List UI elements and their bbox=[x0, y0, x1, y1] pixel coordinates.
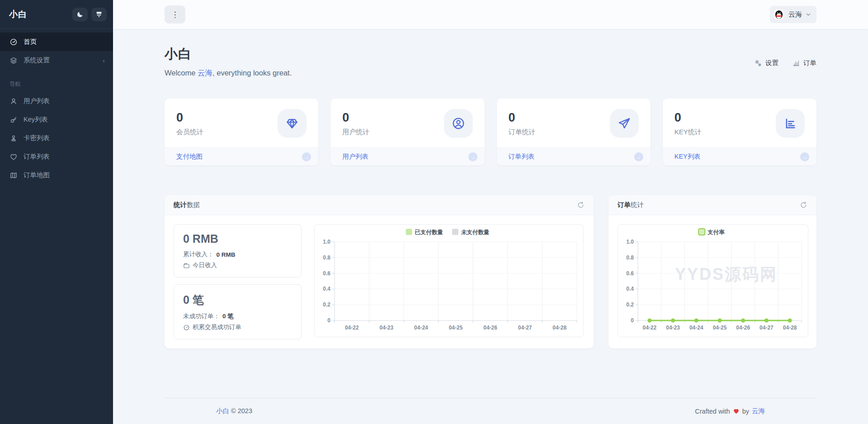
sidebar-nav: 首页 系统设置 ‹ 导航 用户列表 Key列表 卡 bbox=[0, 29, 113, 184]
orders-line2-label: 积累交易成功订单 bbox=[193, 323, 241, 331]
svg-text:04-28: 04-28 bbox=[783, 325, 797, 331]
collapse-menu-button[interactable]: ⋮ bbox=[165, 5, 185, 24]
sidebar-item-home[interactable]: 首页 bbox=[0, 33, 113, 51]
sidebar-section-label: 导航 bbox=[9, 80, 113, 88]
sidebar-item-label: 卡密列表 bbox=[24, 134, 50, 142]
sidebar-logo-row: 小白 bbox=[0, 0, 113, 29]
svg-text:04-24: 04-24 bbox=[689, 325, 703, 331]
card-label: 会员统计 bbox=[176, 128, 203, 137]
kebab-icon: ⋮ bbox=[171, 10, 179, 19]
welcome-user-link[interactable]: 云海 bbox=[198, 69, 212, 77]
gauge-icon bbox=[183, 324, 190, 331]
card-footer-link[interactable]: 用户列表 bbox=[342, 152, 368, 161]
orders-value: 0 笔 bbox=[183, 292, 292, 307]
card-value: 0 bbox=[675, 111, 702, 125]
svg-text:04-22: 04-22 bbox=[345, 325, 359, 331]
welcome-message: Welcome 云海, everything looks great. bbox=[165, 68, 292, 78]
income-line1: 累计收入：0 RMB bbox=[183, 250, 292, 259]
brush-icon bbox=[95, 11, 103, 18]
card-icon-box bbox=[278, 109, 307, 138]
welcome-suffix: , everything looks great. bbox=[212, 69, 292, 77]
svg-text:04-25: 04-25 bbox=[449, 325, 463, 331]
user-menu[interactable]: 云海 bbox=[770, 6, 816, 23]
arrow-right-icon[interactable]: → bbox=[302, 152, 311, 161]
orders-button[interactable]: 订单 bbox=[792, 59, 816, 67]
sidebar-item-label: 首页 bbox=[24, 38, 37, 46]
income-line1-label: 累计收入： bbox=[183, 250, 214, 259]
sidebar-item-label: Key列表 bbox=[24, 115, 48, 124]
card-value: 0 bbox=[176, 111, 203, 125]
refresh-button[interactable] bbox=[577, 201, 585, 209]
sidebar-item-order-map[interactable]: 订单地图 bbox=[0, 166, 113, 184]
sidebar: 小白 首页 系统设置 ‹ 导航 bbox=[0, 0, 113, 424]
chevron-left-icon: ‹ bbox=[103, 57, 105, 64]
sidebar-item-card-key-list[interactable]: 卡密列表 bbox=[0, 129, 113, 147]
svg-text:0: 0 bbox=[631, 317, 634, 324]
sidebar-item-user-list[interactable]: 用户列表 bbox=[0, 92, 113, 110]
svg-text:04-26: 04-26 bbox=[483, 325, 497, 331]
main-content: 小白 Welcome 云海, everything looks great. 设… bbox=[113, 29, 868, 424]
card-footer-link[interactable]: 订单列表 bbox=[509, 152, 535, 161]
card-label: KEY统计 bbox=[675, 128, 702, 137]
settings-button[interactable]: 设置 bbox=[754, 59, 778, 67]
topbar: ⋮ 云海 bbox=[113, 0, 868, 29]
arrow-right-icon[interactable]: → bbox=[468, 152, 477, 161]
theme-editor-button[interactable] bbox=[91, 8, 107, 21]
svg-text:04-26: 04-26 bbox=[736, 325, 750, 331]
income-line2-label: 今日收入 bbox=[193, 261, 217, 269]
page-title: 小白 bbox=[165, 45, 292, 63]
svg-text:0.2: 0.2 bbox=[323, 302, 330, 308]
orders-line1-value: 0 笔 bbox=[222, 312, 234, 320]
arrow-right-icon[interactable]: → bbox=[800, 152, 809, 161]
card-value: 0 bbox=[509, 111, 536, 125]
stats-panel-title-bold: 统计 bbox=[174, 201, 187, 208]
card-member-stats: 0 会员统计 支付地图 → bbox=[165, 99, 318, 165]
stats-panel-title: 统计数据 bbox=[174, 201, 200, 209]
sidebar-item-key-list[interactable]: Key列表 bbox=[0, 110, 113, 129]
arrow-right-icon[interactable]: → bbox=[634, 152, 643, 161]
orders-panel-title-rest: 统计 bbox=[631, 201, 644, 208]
svg-text:04-23: 04-23 bbox=[380, 325, 394, 331]
dark-mode-toggle[interactable] bbox=[72, 8, 88, 21]
user-name: 云海 bbox=[788, 10, 802, 19]
stat-cards-row: 0 会员统计 支付地图 → 0 bbox=[165, 99, 816, 165]
card-footer-link[interactable]: 支付地图 bbox=[176, 152, 203, 161]
refresh-button[interactable] bbox=[800, 201, 807, 209]
app-logo: 小白 bbox=[9, 9, 69, 20]
paid-unpaid-chart: 00.20.40.60.81.004-2204-2304-2404-2504-2… bbox=[314, 224, 584, 337]
refresh-icon bbox=[800, 201, 807, 209]
refresh-icon bbox=[577, 201, 585, 209]
gem-icon bbox=[285, 117, 299, 130]
footer-credit: Crafted with by 云海 bbox=[695, 407, 765, 415]
svg-text:0.2: 0.2 bbox=[626, 302, 634, 308]
footer-author-link[interactable]: 云海 bbox=[752, 407, 765, 415]
income-line1-value: 0 RMB bbox=[217, 251, 236, 258]
dashboard-icon bbox=[9, 38, 18, 46]
gears-icon bbox=[754, 59, 762, 67]
orders-panel: 订单统计 YYDS源码网00.20.40.60.81.004-2204-2304… bbox=[609, 195, 816, 349]
footer-brand-link[interactable]: 小白 bbox=[216, 407, 229, 415]
orders-panel-title-bold: 订单 bbox=[618, 201, 631, 208]
card-icon-box bbox=[776, 109, 805, 138]
svg-text:0.6: 0.6 bbox=[626, 270, 634, 277]
svg-text:04-25: 04-25 bbox=[713, 325, 727, 331]
svg-text:0.4: 0.4 bbox=[323, 286, 330, 292]
stats-panel: 统计数据 0 RMB 累计收入：0 RMB bbox=[165, 195, 594, 349]
card-footer-link[interactable]: KEY列表 bbox=[675, 152, 701, 161]
svg-text:0.6: 0.6 bbox=[323, 270, 330, 277]
svg-text:支付率: 支付率 bbox=[707, 229, 725, 236]
heart-icon bbox=[733, 408, 740, 415]
card-icon-box bbox=[610, 109, 639, 138]
svg-text:04-28: 04-28 bbox=[552, 325, 566, 331]
card-icon-box bbox=[444, 109, 473, 138]
footer-copyright-text: © 2023 bbox=[231, 407, 252, 415]
sidebar-item-label: 订单列表 bbox=[24, 152, 50, 161]
income-line2: 今日收入 bbox=[183, 261, 292, 269]
svg-text:04-23: 04-23 bbox=[666, 325, 680, 331]
sidebar-item-system-settings[interactable]: 系统设置 ‹ bbox=[0, 51, 113, 70]
income-value: 0 RMB bbox=[183, 232, 292, 245]
sidebar-item-order-list[interactable]: 订单列表 bbox=[0, 147, 113, 166]
svg-text:04-27: 04-27 bbox=[518, 325, 532, 331]
page-footer: 小白 © 2023 Crafted with by 云海 bbox=[165, 398, 816, 424]
orders-statbox: 0 笔 未成功订单：0 笔 积累交易成功订单 bbox=[174, 284, 302, 339]
